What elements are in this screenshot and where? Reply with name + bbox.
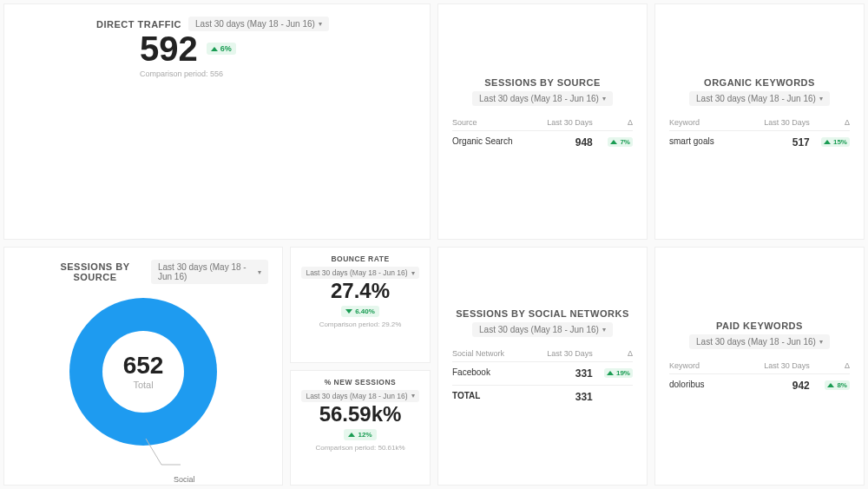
triangle-up-icon: [824, 140, 831, 144]
date-range-label: Last 30 days (May 18 - Jun 16): [158, 262, 254, 281]
date-range-label: Last 30 days (May 18 - Jun 16): [479, 94, 599, 103]
direct-traffic-title: DIRECT TRAFFIC: [96, 19, 181, 30]
donut-chart: 652 Total Social 100%: [43, 289, 243, 486]
sessions-by-source-donut-card: SESSIONS BY SOURCE Last 30 days (May 18 …: [3, 247, 283, 486]
sessions-by-social-title: SESSIONS BY SOCIAL NETWORKS: [456, 308, 629, 319]
date-range-label: Last 30 days (May 18 - Jun 16): [696, 337, 816, 347]
date-range-selector[interactable]: Last 30 days (May 18 - Jun 16) ▾: [301, 390, 418, 402]
delta-badge: 19%: [604, 368, 633, 378]
sessions-by-social-card: SESSIONS BY SOCIAL NETWORKS Last 30 days…: [437, 247, 648, 486]
chevron-down-icon: ▾: [411, 392, 415, 400]
direct-traffic-delta: 6%: [207, 43, 236, 55]
date-range-label: Last 30 days (May 18 - Jun 16): [479, 325, 599, 334]
date-range-selector[interactable]: Last 30 days (May 18 - Jun 16) ▾: [689, 334, 830, 349]
donut-legend: Social 100%: [174, 475, 195, 486]
new-sessions-delta: 12%: [344, 429, 376, 440]
table-row: Facebook 331 19%: [452, 362, 633, 385]
triangle-up-icon: [348, 433, 355, 437]
triangle-up-icon: [607, 371, 614, 375]
delta-badge: 7%: [608, 137, 633, 147]
direct-traffic-comparison: Comparison period: 556: [18, 69, 416, 78]
date-range-selector[interactable]: Last 30 days (May 18 - Jun 16) ▾: [301, 267, 418, 279]
date-range-label: Last 30 days (May 18 - Jun 16): [306, 392, 407, 400]
chevron-down-icon: ▾: [411, 269, 415, 277]
table-row: Organic Search 948 7%: [452, 131, 633, 154]
table-header: Social Network Last 30 Days Δ: [452, 346, 633, 362]
chevron-down-icon: ▾: [602, 326, 606, 334]
paid-keywords-title: PAID KEYWORDS: [716, 320, 803, 331]
direct-traffic-value: 592: [140, 31, 198, 66]
chevron-down-icon: ▾: [258, 268, 261, 276]
date-range-selector[interactable]: Last 30 days (May 18 - Jun 16) ▾: [188, 17, 329, 31]
new-sessions-title: % NEW SESSIONS: [299, 378, 421, 387]
chevron-down-icon: ▾: [819, 95, 823, 102]
chevron-down-icon: ▾: [602, 95, 606, 102]
table-total-row: TOTAL 331: [452, 385, 633, 408]
table-header: Source Last 30 Days Δ: [452, 115, 633, 131]
date-range-label: Last 30 days (May 18 - Jun 16): [195, 19, 315, 29]
bounce-rate-comparison: Comparison period: 29.2%: [299, 320, 421, 328]
date-range-selector[interactable]: Last 30 days (May 18 - Jun 16) ▾: [151, 260, 268, 284]
new-sessions-comparison: Comparison period: 50.61k%: [299, 444, 421, 452]
table-row: doloribus 942 8%: [669, 374, 850, 397]
triangle-up-icon: [827, 383, 834, 387]
table-header: Keyword Last 30 Days Δ: [669, 115, 850, 131]
date-range-label: Last 30 days (May 18 - Jun 16): [696, 94, 816, 103]
direct-traffic-card: DIRECT TRAFFIC Last 30 days (May 18 - Ju…: [3, 3, 431, 240]
new-sessions-card: % NEW SESSIONS Last 30 days (May 18 - Ju…: [290, 370, 431, 486]
new-sessions-value: 56.59k%: [299, 404, 421, 425]
delta-badge: 8%: [825, 380, 850, 390]
sessions-by-source-table-card: SESSIONS BY SOURCE Last 30 days (May 18 …: [437, 3, 648, 240]
leader-line: [146, 439, 181, 473]
date-range-selector[interactable]: Last 30 days (May 18 - Jun 16) ▾: [472, 91, 613, 106]
date-range-selector[interactable]: Last 30 days (May 18 - Jun 16) ▾: [689, 91, 830, 106]
chevron-down-icon: ▾: [319, 20, 322, 28]
triangle-up-icon: [211, 47, 218, 51]
bounce-rate-card: BOUNCE RATE Last 30 days (May 18 - Jun 1…: [290, 247, 431, 363]
bounce-rate-delta: 6.40%: [341, 306, 379, 317]
triangle-up-icon: [610, 140, 617, 144]
sessions-by-source-donut-title: SESSIONS BY SOURCE: [48, 261, 142, 282]
organic-keywords-title: ORGANIC KEYWORDS: [704, 77, 815, 88]
bounce-rate-title: BOUNCE RATE: [299, 254, 421, 263]
paid-keywords-card: PAID KEYWORDS Last 30 days (May 18 - Jun…: [654, 247, 865, 486]
sessions-by-source-title: SESSIONS BY SOURCE: [484, 77, 601, 88]
chevron-down-icon: ▾: [819, 338, 823, 346]
triangle-down-icon: [345, 309, 352, 314]
table-header: Keyword Last 30 Days Δ: [669, 358, 850, 374]
delta-badge: 15%: [821, 137, 850, 147]
bounce-rate-value: 27.4%: [299, 281, 421, 301]
donut-center: 652 Total: [69, 352, 217, 390]
organic-keywords-card: ORGANIC KEYWORDS Last 30 days (May 18 - …: [654, 3, 865, 240]
table-row: smart goals 517 15%: [669, 131, 850, 154]
date-range-label: Last 30 days (May 18 - Jun 16): [306, 268, 407, 277]
date-range-selector[interactable]: Last 30 days (May 18 - Jun 16) ▾: [472, 322, 613, 337]
